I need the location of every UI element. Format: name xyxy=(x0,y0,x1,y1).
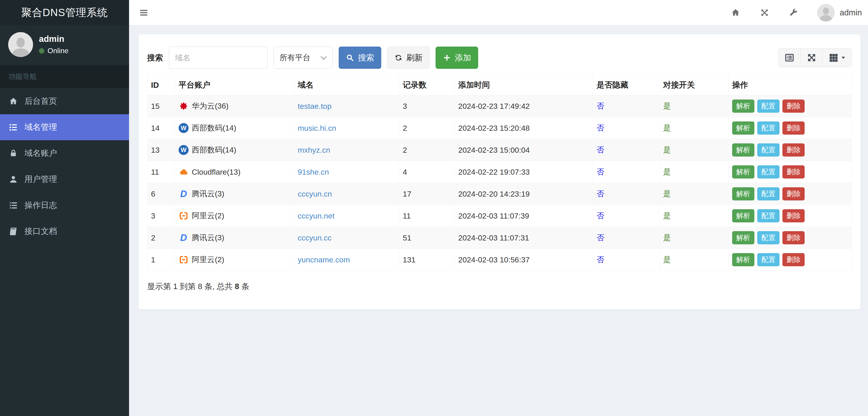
search-input[interactable] xyxy=(169,46,268,69)
config-button[interactable]: 配置 xyxy=(757,187,779,200)
delete-button[interactable]: 删除 xyxy=(782,209,805,222)
paging-toggle-button[interactable] xyxy=(778,48,801,67)
hidden-toggle-link[interactable]: 否 xyxy=(596,167,604,176)
hidden-toggle-link[interactable]: 否 xyxy=(596,233,604,242)
switch-toggle-link[interactable]: 是 xyxy=(663,167,671,176)
column-header-1: 平台账户 xyxy=(175,75,294,95)
platform-label: 华为云(36) xyxy=(192,101,228,111)
hidden-toggle-link[interactable]: 否 xyxy=(596,189,604,198)
sidebar-item-label: 域名账户 xyxy=(25,148,57,159)
cell-platform: D腾讯云(3) xyxy=(179,188,290,199)
cell-id: 2 xyxy=(147,227,175,249)
sidebar-item-2[interactable]: 域名账户 xyxy=(0,140,129,166)
resolve-button[interactable]: 解析 xyxy=(732,143,754,157)
switch-toggle-link[interactable]: 是 xyxy=(663,102,671,110)
grid-icon xyxy=(829,53,839,63)
hidden-toggle-link[interactable]: 否 xyxy=(596,145,604,154)
domain-link[interactable]: yuncname.com xyxy=(298,255,350,264)
resolve-button[interactable]: 解析 xyxy=(732,231,754,244)
arrows-expand-icon xyxy=(807,53,816,63)
domain-link[interactable]: music.hi.cn xyxy=(298,124,336,132)
sidebar-item-4[interactable]: 操作日志 xyxy=(0,192,129,218)
cell-id: 13 xyxy=(147,139,175,161)
domain-link[interactable]: testae.top xyxy=(298,102,332,110)
hidden-toggle-link[interactable]: 否 xyxy=(596,255,604,264)
resolve-button[interactable]: 解析 xyxy=(732,253,754,266)
domain-link[interactable]: mxhyz.cn xyxy=(298,146,330,154)
wrench-icon xyxy=(789,8,798,18)
column-header-0: ID xyxy=(147,75,175,95)
resolve-button[interactable]: 解析 xyxy=(732,165,754,178)
resolve-button[interactable]: 解析 xyxy=(732,100,754,113)
huawei-icon xyxy=(179,101,189,111)
refresh-button[interactable]: 刷新 xyxy=(387,46,430,69)
delete-button[interactable]: 删除 xyxy=(782,231,805,244)
switch-toggle-link[interactable]: 是 xyxy=(663,211,671,220)
switch-toggle-link[interactable]: 是 xyxy=(663,189,671,198)
caret-down-icon xyxy=(841,55,846,60)
cell-records: 2 xyxy=(399,117,455,139)
domain-link[interactable]: cccyun.net xyxy=(298,211,335,220)
table-row: 3阿里云(2)cccyun.net112024-02-03 11:07:39否是… xyxy=(147,205,852,227)
west-digital-icon: W xyxy=(179,123,189,133)
platform-label: 阿里云(2) xyxy=(192,211,224,221)
sidebar-item-0[interactable]: 后台首页 xyxy=(0,88,129,114)
column-header-5: 是否隐藏 xyxy=(593,75,659,95)
resolve-button[interactable]: 解析 xyxy=(732,209,754,222)
cell-added-time: 2024-02-23 15:00:04 xyxy=(455,139,593,161)
delete-button[interactable]: 删除 xyxy=(782,187,805,200)
table-row: 2D腾讯云(3)cccyun.cc512024-02-03 11:07:31否是… xyxy=(147,227,852,249)
config-button[interactable]: 配置 xyxy=(757,253,779,266)
hidden-toggle-link[interactable]: 否 xyxy=(596,124,604,132)
resolve-button[interactable]: 解析 xyxy=(732,122,754,135)
cell-platform: 阿里云(2) xyxy=(179,211,290,221)
hidden-toggle-link[interactable]: 否 xyxy=(596,102,604,110)
table-fullscreen-button[interactable] xyxy=(801,48,823,67)
delete-button[interactable]: 删除 xyxy=(782,122,805,135)
config-button[interactable]: 配置 xyxy=(757,209,779,222)
config-button[interactable]: 配置 xyxy=(757,143,779,157)
cloudflare-icon xyxy=(179,167,189,177)
plus-icon xyxy=(443,54,451,62)
delete-button[interactable]: 删除 xyxy=(782,253,805,266)
switch-toggle-link[interactable]: 是 xyxy=(663,124,671,132)
hidden-toggle-link[interactable]: 否 xyxy=(596,211,604,220)
sidebar-item-5[interactable]: 接口文档 xyxy=(0,218,129,244)
switch-toggle-link[interactable]: 是 xyxy=(663,145,671,154)
domain-link[interactable]: 91she.cn xyxy=(298,168,329,176)
config-button[interactable]: 配置 xyxy=(757,100,779,113)
sidebar-item-label: 域名管理 xyxy=(25,122,57,133)
hamburger-icon xyxy=(139,8,148,17)
domain-link[interactable]: cccyun.cn xyxy=(298,189,332,198)
config-button[interactable]: 配置 xyxy=(757,231,779,244)
user-menu[interactable]: admin xyxy=(817,4,862,22)
cell-records: 2 xyxy=(399,139,455,161)
home-button[interactable] xyxy=(730,7,741,18)
cell-records: 3 xyxy=(399,95,455,117)
columns-dropdown-button[interactable] xyxy=(823,48,852,67)
delete-button[interactable]: 删除 xyxy=(782,143,805,157)
fullscreen-button[interactable] xyxy=(759,7,770,18)
sidebar-item-1[interactable]: 域名管理 xyxy=(0,114,129,140)
platform-select-value: 所有平台 xyxy=(280,53,310,63)
config-button[interactable]: 配置 xyxy=(757,122,779,135)
settings-button[interactable] xyxy=(788,7,799,18)
domain-link[interactable]: cccyun.cc xyxy=(298,234,332,242)
platform-select[interactable]: 所有平台 xyxy=(274,46,333,69)
config-button[interactable]: 配置 xyxy=(757,165,779,178)
delete-button[interactable]: 删除 xyxy=(782,165,805,178)
platform-label: 腾讯云(3) xyxy=(192,233,224,243)
sidebar-item-label: 后台首页 xyxy=(25,96,57,107)
add-button[interactable]: 添加 xyxy=(436,46,478,69)
cell-records: 4 xyxy=(399,161,455,183)
switch-toggle-link[interactable]: 是 xyxy=(663,255,671,264)
delete-button[interactable]: 删除 xyxy=(782,100,805,113)
cell-added-time: 2024-02-23 15:20:48 xyxy=(455,117,593,139)
sidebar-toggle-button[interactable] xyxy=(138,6,150,19)
table-row: 15华为云(36)testae.top32024-02-23 17:49:42否… xyxy=(147,95,852,117)
search-button[interactable]: 搜索 xyxy=(339,46,381,69)
resolve-button[interactable]: 解析 xyxy=(732,187,754,200)
sidebar-item-3[interactable]: 用户管理 xyxy=(0,166,129,192)
switch-toggle-link[interactable]: 是 xyxy=(663,233,671,242)
cell-platform: Cloudflare(13) xyxy=(179,167,290,177)
